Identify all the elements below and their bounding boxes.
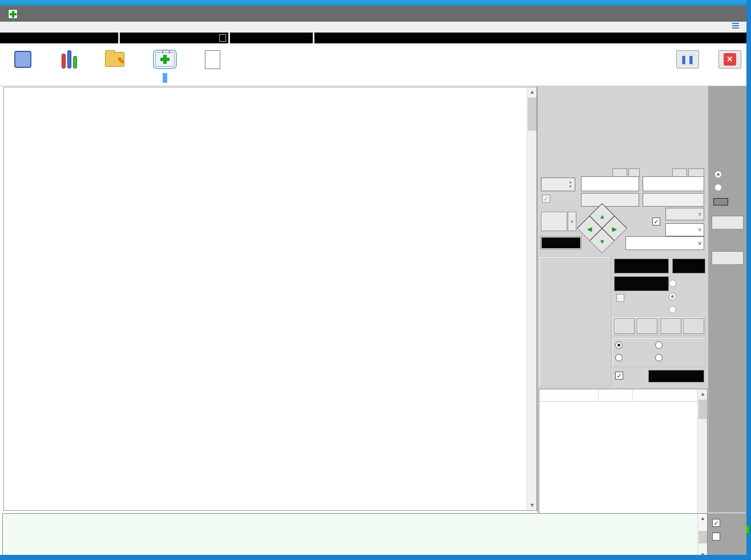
remap-radio[interactable]: [615, 354, 623, 361]
ddd-checkbox[interactable]: [616, 294, 624, 302]
end-lba-max-button[interactable]: [688, 168, 704, 177]
device-serial: [120, 33, 228, 43]
disk-editor-label: [210, 73, 215, 83]
seek-error-button[interactable]: [661, 319, 681, 334]
block-map-scrollbar[interactable]: ▲ ▼: [527, 87, 536, 510]
menu-bar: [0, 22, 746, 33]
back-button[interactable]: [637, 319, 657, 334]
verify-radio[interactable]: [669, 280, 676, 287]
smart-logs-label: [112, 73, 117, 83]
screen: ✎ ❚❚ ✕: [0, 0, 751, 560]
chevron-down-icon: ˅: [698, 240, 701, 247]
stop-button[interactable]: [541, 212, 567, 231]
scroll-up-icon[interactable]: ▲: [527, 87, 537, 97]
activity-led: [713, 198, 728, 206]
hints-checkbox[interactable]: [712, 533, 720, 541]
bottom-right-panel: [708, 513, 746, 560]
pio-radio[interactable]: [714, 184, 722, 191]
write-radio[interactable]: [669, 306, 676, 313]
smart-icon: [62, 50, 77, 69]
api-radio[interactable]: [714, 171, 722, 178]
pause-label: [685, 73, 690, 83]
drive-info-icon: [14, 51, 31, 68]
desktop-background-bottom: [0, 555, 751, 560]
refresh-radio[interactable]: [655, 354, 663, 361]
defect-table-header: [539, 389, 707, 402]
scroll-up-icon[interactable]: ▲: [698, 514, 708, 523]
full-scan-indicator: [541, 237, 581, 249]
test-repair-label: [163, 73, 167, 83]
list-icon: [732, 23, 739, 29]
scroll-thumb[interactable]: [698, 400, 707, 419]
latency-stats-box: [539, 256, 611, 386]
auto-checkbox[interactable]: [652, 217, 660, 225]
scroll-thumb[interactable]: [698, 531, 707, 543]
timer-input[interactable]: [581, 193, 639, 207]
sound-checkbox[interactable]: [712, 519, 720, 527]
device-firmware: [230, 33, 313, 43]
smart-logs-icon: ✎: [105, 52, 124, 67]
processed-lcd: [614, 259, 669, 273]
start-lba-cur-button[interactable]: [612, 168, 627, 177]
end-action-combo[interactable]: ˅: [625, 236, 704, 250]
column-block[interactable]: [599, 389, 633, 401]
drive-info-label: [21, 73, 25, 83]
grid-checkbox[interactable]: [615, 372, 623, 380]
start-lba-input[interactable]: [581, 176, 639, 191]
break-all-icon: ✕: [724, 53, 736, 66]
ignore-radio[interactable]: [615, 341, 623, 349]
start-lba-zero-button[interactable]: [628, 168, 640, 177]
erase-radio[interactable]: [655, 341, 663, 349]
device-model: [0, 33, 118, 43]
read-radio[interactable]: [669, 293, 676, 300]
test-repair-icon: [155, 52, 175, 67]
serial-close-icon[interactable]: [219, 34, 226, 42]
view-buffer-live[interactable]: [732, 23, 742, 29]
timer-checkbox[interactable]: [542, 195, 550, 203]
seek-end-button[interactable]: [684, 319, 704, 334]
app-icon: [8, 9, 18, 19]
title-bar: [0, 6, 746, 22]
main-area: ▲ ▼ ▲▼: [0, 86, 746, 513]
smart-logs-button[interactable]: ✎: [92, 47, 137, 82]
pause-icon: ❚❚: [680, 55, 695, 64]
column-start-lba[interactable]: [539, 389, 599, 401]
end-time-spinner[interactable]: ▲▼: [541, 178, 575, 191]
stop-dropdown-icon[interactable]: ▼: [568, 212, 576, 231]
end-lba-input[interactable]: [643, 176, 704, 191]
break-all-label: [728, 73, 732, 83]
speed-lcd: [614, 276, 669, 291]
block-map-panel: ▲ ▼: [3, 87, 537, 511]
chevron-down-icon: ˅: [698, 227, 701, 233]
log-panel: ▲ ▼: [2, 513, 708, 560]
scroll-up-icon[interactable]: ▲: [698, 389, 708, 399]
eta-lcd: [648, 370, 704, 382]
chevron-down-icon: ˅: [698, 211, 701, 217]
block-size-combo[interactable]: ˅: [665, 208, 704, 220]
device-capacity: [314, 33, 746, 43]
spinner-arrows-icon[interactable]: ▲▼: [568, 180, 572, 189]
break-all-button[interactable]: ✕: [715, 47, 745, 82]
scroll-down-icon[interactable]: ▼: [527, 501, 537, 510]
column-comment[interactable]: [633, 389, 707, 401]
timeout-combo[interactable]: ˅: [665, 223, 704, 236]
smart-button[interactable]: [51, 47, 87, 82]
desktop-background-right: [746, 0, 751, 560]
side-strip: [708, 86, 746, 513]
pause-button[interactable]: ❚❚: [675, 47, 700, 82]
percent-lcd: [672, 259, 705, 273]
victoria-window: ✎ ❚❚ ✕: [0, 6, 746, 555]
end-lba-cur-button[interactable]: [672, 168, 687, 177]
recall-button[interactable]: [712, 251, 744, 265]
current-lba-display: [643, 193, 704, 207]
sleep-button[interactable]: [712, 216, 744, 229]
toolbar: ✎ ❚❚ ✕: [0, 43, 746, 86]
drive-info-button[interactable]: [5, 47, 41, 82]
test-repair-button[interactable]: [139, 47, 191, 82]
log-scrollbar[interactable]: ▲ ▼: [697, 514, 707, 560]
smart-label: [67, 73, 71, 83]
scroll-thumb[interactable]: [528, 98, 536, 131]
disk-editor-button[interactable]: [194, 47, 231, 82]
play-button[interactable]: [614, 319, 635, 334]
desktop-background-top: [0, 0, 751, 6]
